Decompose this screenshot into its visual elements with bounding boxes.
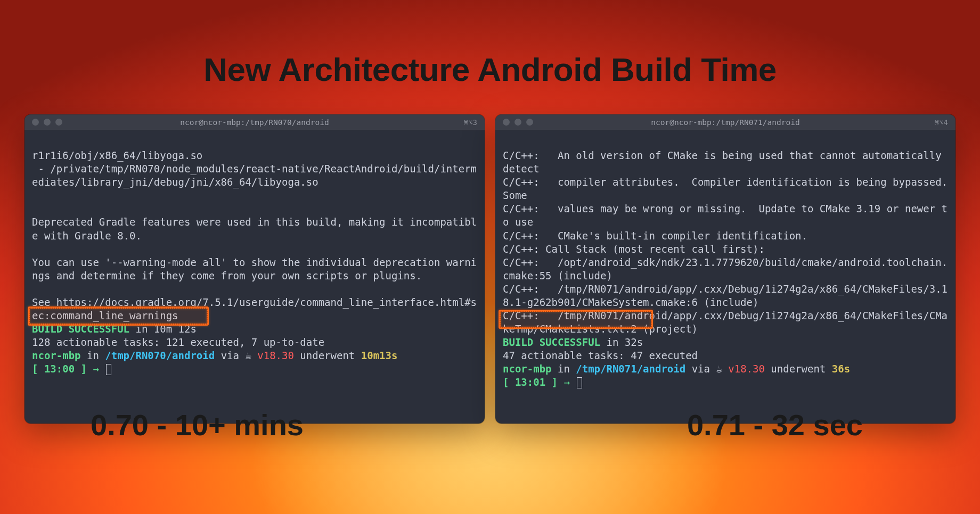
- caption-left: 0.70 - 10+ mins: [91, 408, 304, 442]
- titlebar[interactable]: ncor@ncor-mbp:/tmp/RN071/android ⌘⌥4: [495, 114, 956, 130]
- minimize-icon[interactable]: [44, 119, 51, 126]
- output-line: C/C++: /opt/android_sdk/ndk/23.1.7779620…: [503, 256, 948, 281]
- zoom-icon[interactable]: [526, 119, 533, 126]
- output-line: C/C++: CMake's built-in compiler identif…: [503, 230, 807, 242]
- terminals-row: ncor@ncor-mbp:/tmp/RN070/android ⌘⌥3 r1r…: [24, 114, 956, 424]
- terminal-output[interactable]: r1r1i6/obj/x86_64/libyoga.so - /private/…: [24, 130, 485, 410]
- output-line: r1r1i6/obj/x86_64/libyoga.so: [32, 150, 202, 161]
- page-title: New Architecture Android Build Time: [0, 51, 980, 88]
- output-line: - /private/tmp/RN070/node_modules/react-…: [32, 163, 477, 188]
- cursor: [106, 364, 111, 375]
- highlight-annotation: [499, 310, 653, 329]
- prompt-line-1: ncor-mbp in /tmp/RN070/android via ☕ v18…: [32, 350, 397, 361]
- highlight-annotation: [28, 306, 209, 326]
- prompt-line-1: ncor-mbp in /tmp/RN071/android via ☕ v18…: [503, 363, 850, 375]
- output-line: C/C++: compiler attributes. Compiler ide…: [503, 176, 956, 201]
- output-line: C/C++: Call Stack (most recent call firs…: [503, 243, 765, 255]
- output-line: Deprecated Gradle features were used in …: [32, 216, 477, 241]
- minimize-icon[interactable]: [514, 119, 521, 126]
- output-line: C/C++: /tmp/RN071/android/app/.cxx/Debug…: [503, 283, 948, 308]
- terminal-output[interactable]: C/C++: An old version of CMake is being …: [495, 130, 956, 424]
- output-line: C/C++: values may be wrong or missing. U…: [503, 203, 948, 228]
- terminal-right: ncor@ncor-mbp:/tmp/RN071/android ⌘⌥4 C/C…: [495, 114, 956, 424]
- traffic-lights[interactable]: [503, 119, 533, 126]
- traffic-lights[interactable]: [32, 119, 62, 126]
- tasks-line: 47 actionable tasks: 47 executed: [503, 350, 698, 361]
- build-success-line: BUILD SUCCESSFUL in 32s: [503, 336, 643, 348]
- window-title: ncor@ncor-mbp:/tmp/RN070/android: [180, 118, 329, 127]
- output-line: C/C++: An old version of CMake is being …: [503, 150, 948, 175]
- session-badge: ⌘⌥4: [935, 118, 948, 127]
- tasks-line: 128 actionable tasks: 121 executed, 7 up…: [32, 336, 324, 348]
- prompt-line-2[interactable]: [ 13:00 ] →: [32, 363, 111, 375]
- cursor: [577, 377, 582, 388]
- zoom-icon[interactable]: [55, 119, 62, 126]
- close-icon[interactable]: [32, 119, 39, 126]
- session-badge: ⌘⌥3: [464, 118, 477, 127]
- output-line: You can use '--warning-mode all' to show…: [32, 256, 477, 281]
- prompt-line-2[interactable]: [ 13:01 ] →: [503, 376, 582, 388]
- caption-right: 0.71 - 32 sec: [687, 408, 863, 442]
- window-title: ncor@ncor-mbp:/tmp/RN071/android: [651, 118, 799, 127]
- titlebar[interactable]: ncor@ncor-mbp:/tmp/RN070/android ⌘⌥3: [24, 114, 485, 130]
- close-icon[interactable]: [503, 119, 510, 126]
- terminal-left: ncor@ncor-mbp:/tmp/RN070/android ⌘⌥3 r1r…: [24, 114, 485, 424]
